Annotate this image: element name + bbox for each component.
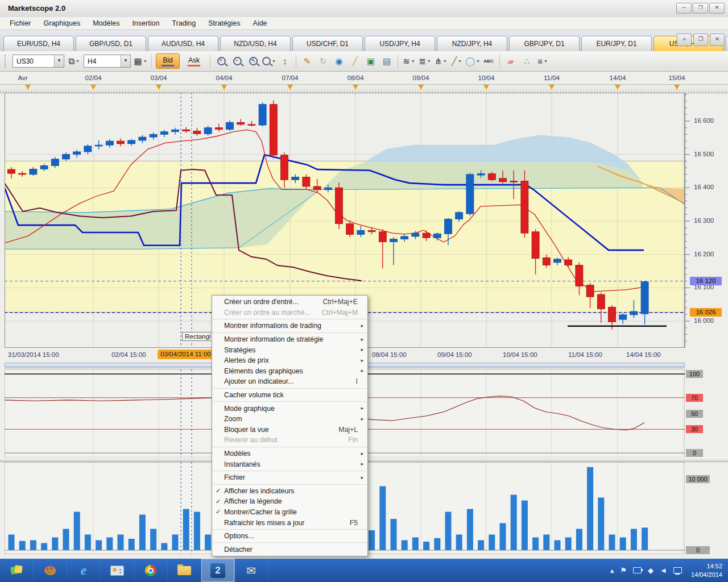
tray-volume-icon[interactable]: ◄ bbox=[660, 566, 667, 575]
context-menu-item-zoom[interactable]: Zoom► bbox=[212, 414, 367, 425]
fibonacci-icon[interactable]: ≣▼ bbox=[417, 54, 432, 69]
tab-nzdusd[interactable]: NZD/USD, H4 bbox=[220, 36, 291, 51]
image-window-icon[interactable]: ▤ bbox=[379, 54, 394, 69]
tab-usdchf[interactable]: USD/CHF, D1 bbox=[292, 36, 363, 51]
list-icon[interactable]: ≡▼ bbox=[535, 54, 550, 69]
menubar-item-modèles[interactable]: Modèles bbox=[86, 18, 126, 29]
chart-type-icon[interactable]: ▦▼ bbox=[133, 54, 148, 69]
menubar-item-fichier[interactable]: Fichier bbox=[3, 18, 38, 29]
period-combo[interactable]: H4▼ bbox=[84, 55, 131, 68]
time-axis-label: 07/04 bbox=[282, 74, 299, 81]
taskbar-chrome-icon[interactable] bbox=[134, 559, 168, 582]
child-restore-button[interactable]: ❐ bbox=[693, 34, 708, 46]
taskbar-mail-icon[interactable]: ✉ bbox=[235, 559, 268, 582]
toolbar-separator bbox=[499, 55, 500, 68]
hierarchy-icon[interactable]: ∴ bbox=[519, 54, 534, 69]
menu-item-label: Afficher les indicateurs bbox=[224, 487, 295, 495]
toolbar: US30▼⧉▼H4▼▦▼BidAsk+−↖▼↕✎↻◉╱▣▤≋▼≣▼⋔▼╱▼◯▼A… bbox=[0, 51, 728, 72]
ellipse-icon[interactable]: ◯▼ bbox=[465, 54, 480, 69]
context-menu-item-bloquer-la-vue[interactable]: Bloquer la vueMaj+L bbox=[212, 425, 367, 435]
date-axis-label: 14/04 15:00 bbox=[626, 351, 661, 358]
context-menu-item-alertes-de-prix[interactable]: Alertes de prix► bbox=[212, 355, 367, 366]
tray-battery-icon[interactable] bbox=[633, 567, 642, 573]
tab-usdjpy[interactable]: USD/JPY, H4 bbox=[365, 36, 435, 51]
menubar-item-graphiques[interactable]: Graphiques bbox=[38, 18, 87, 29]
context-menu-item-cacher-volume-tick[interactable]: Cacher volume tick bbox=[212, 390, 367, 401]
context-menu-item-options[interactable]: Options... bbox=[212, 531, 367, 542]
draw-line-icon[interactable]: ╱▼ bbox=[449, 54, 464, 69]
chart-type-icon-glyph: ▦ bbox=[134, 56, 142, 66]
zigzag-lines-icon[interactable]: ≋▼ bbox=[402, 54, 416, 69]
menubar-item-insertion[interactable]: Insertion bbox=[126, 18, 166, 29]
ask-button[interactable]: Ask bbox=[182, 53, 206, 69]
menubar-item-stratégies[interactable]: Stratégies bbox=[202, 18, 246, 29]
context-menu-item-fichier[interactable]: Fichier► bbox=[212, 472, 367, 483]
context-menu-item-afficher-la-l-gende[interactable]: ✓Afficher la légende bbox=[212, 496, 367, 507]
toolbar-grip bbox=[5, 55, 9, 68]
text-label-icon[interactable]: ABC bbox=[481, 54, 496, 69]
context-menu-item-revenir-au-d-but: Revenir au débutFin bbox=[212, 435, 367, 446]
tab-overflow-button[interactable]: » bbox=[677, 34, 692, 46]
menubar-item-trading[interactable]: Trading bbox=[166, 18, 202, 29]
day-marker-icon bbox=[25, 85, 31, 90]
symbol-combo[interactable]: US30▼ bbox=[13, 55, 64, 68]
taskbar-control-panel-icon[interactable] bbox=[101, 559, 134, 582]
notes-icon[interactable]: ✎ bbox=[300, 54, 315, 69]
bid-button[interactable]: Bid bbox=[156, 53, 180, 69]
zoom-out-icon[interactable]: − bbox=[230, 54, 245, 69]
tray-dropbox-icon[interactable]: ◆ bbox=[648, 566, 653, 575]
zoom-in-icon[interactable]: + bbox=[214, 54, 229, 69]
tab-nzdjpy[interactable]: NZD/JPY, H4 bbox=[437, 36, 507, 51]
context-menu-item-montrer-cacher-la-grille[interactable]: ✓Montrer/Cacher la grille bbox=[212, 507, 367, 518]
context-menu-item-afficher-les-indicateurs[interactable]: ✓Afficher les indicateurs bbox=[212, 486, 367, 497]
context-menu-item-rafraichir-les-mises-a-jour[interactable]: Rafraichir les mises a jourF5 bbox=[212, 517, 367, 528]
tab-ger30[interactable]: GER30, H4 bbox=[726, 36, 728, 51]
context-menu-item-montrer-information-de-strat-gie[interactable]: Montrer information de stratégie► bbox=[212, 334, 367, 345]
close-button[interactable]: ✕ bbox=[709, 3, 725, 14]
context-menu-item-strat-gies[interactable]: Stratégies► bbox=[212, 344, 367, 355]
eraser-icon[interactable]: ▰ bbox=[503, 54, 518, 69]
chevron-down-icon[interactable]: ▼ bbox=[121, 55, 130, 67]
tray-network-icon[interactable] bbox=[673, 567, 682, 573]
submenu-arrow-icon: ► bbox=[360, 368, 365, 373]
context-menu-item-montrer-informations-de-trading[interactable]: Montrer informations de trading► bbox=[212, 321, 367, 331]
fit-vertical-icon[interactable]: ↕ bbox=[278, 54, 292, 69]
context-menu-item-instantan-s[interactable]: Instantanés► bbox=[212, 459, 367, 469]
price-marker: 16 120 bbox=[690, 277, 722, 285]
context-menu-item-d-tacher[interactable]: Détacher bbox=[212, 544, 367, 555]
zoom-pointer-icon[interactable]: ↖ bbox=[246, 54, 260, 69]
taskbar-explorer-icon[interactable] bbox=[168, 559, 201, 582]
minimize-button[interactable]: ─ bbox=[676, 3, 692, 14]
ruler-icon[interactable]: ╱ bbox=[348, 54, 362, 69]
taskbar-paint-icon[interactable] bbox=[34, 559, 67, 582]
menubar-item-aide[interactable]: Aide bbox=[247, 18, 274, 29]
child-close-button[interactable]: ✕ bbox=[710, 34, 725, 46]
price-axis-label: 16 300 bbox=[694, 217, 714, 224]
tab-gbpjpy[interactable]: GBP/JPY, D1 bbox=[509, 36, 580, 51]
taskbar-trading-station-icon[interactable]: 2 bbox=[201, 559, 235, 582]
context-menu-item-cr-er-un-ordre-d-entr[interactable]: Créer un ordre d'entré...Ctrl+Maj+E bbox=[212, 297, 367, 307]
context-menu-item-mod-les[interactable]: Modèles► bbox=[212, 448, 367, 459]
rsi-axis-label: 100 bbox=[686, 370, 703, 378]
tab-audusd[interactable]: AUD/USD, H4 bbox=[148, 36, 218, 51]
taskbar-desktop-icon[interactable] bbox=[0, 559, 34, 582]
chevron-down-icon[interactable]: ▼ bbox=[54, 55, 64, 67]
unlink-icon[interactable]: ⧉▼ bbox=[67, 54, 81, 69]
zoom-range-icon[interactable]: ▼ bbox=[262, 54, 276, 69]
context-menu-item-el-ments-des-graphiques[interactable]: Eléments des graphiques► bbox=[212, 366, 367, 377]
hierarchy-icon-glyph: ∴ bbox=[524, 56, 530, 66]
context-menu-item-ajouter-un-indicateur[interactable]: Ajouter un indicateur...I bbox=[212, 376, 367, 387]
refresh-icon[interactable]: ↻ bbox=[316, 54, 330, 69]
context-menu-item-mode-graphique[interactable]: Mode graphique► bbox=[212, 403, 367, 414]
tab-eurjpy[interactable]: EUR/JPY, D1 bbox=[581, 36, 652, 51]
tab-gbpusd[interactable]: GBP/USD, D1 bbox=[76, 36, 146, 51]
fan-lines-icon[interactable]: ⋔▼ bbox=[433, 54, 448, 69]
tab-eurusd[interactable]: EUR/USD, H4 bbox=[3, 36, 74, 51]
globe-icon[interactable]: ◉ bbox=[332, 54, 346, 69]
taskbar-ie-icon[interactable]: e bbox=[67, 559, 101, 582]
tray-flag-icon[interactable]: ⚑ bbox=[620, 566, 627, 575]
add-image-icon[interactable]: ▣ bbox=[363, 54, 378, 69]
maximize-button[interactable]: ❐ bbox=[693, 3, 708, 14]
tray-expand-icon[interactable]: ▴ bbox=[610, 566, 614, 575]
taskbar-clock[interactable]: 14:5214/04/2014 bbox=[691, 562, 722, 579]
